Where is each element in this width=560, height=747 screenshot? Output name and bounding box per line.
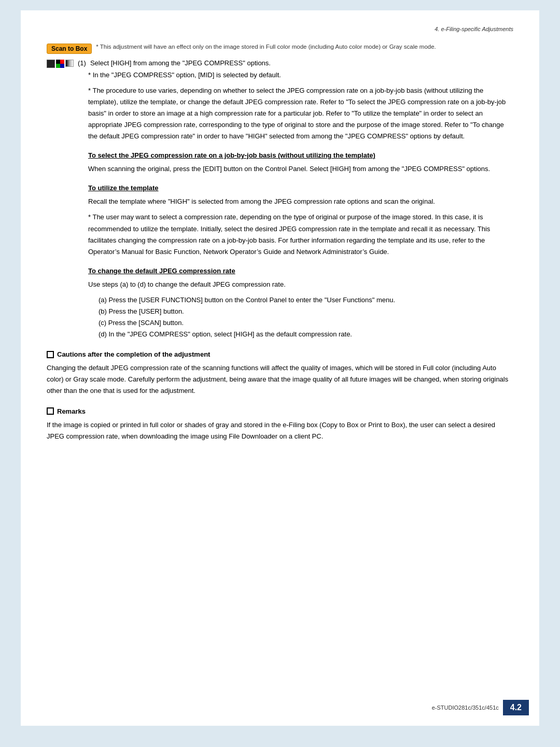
list-item: (c) Press the [SCAN] button. (99, 317, 513, 329)
intro-paragraph: * The procedure to use varies, depending… (88, 85, 513, 142)
section2-body2: * The user may want to select a compress… (88, 212, 513, 257)
step1-row: (1) Select [HIGH] from among the "JPEG C… (47, 59, 513, 68)
remarks-heading: Remarks (47, 407, 513, 415)
caution-body: Changing the default JPEG compression ra… (47, 362, 513, 397)
color-icon (56, 60, 64, 68)
page-container: 4. e-Filing-specific Adjustments Scan to… (21, 10, 539, 726)
list-item: (b) Press the [USER] button. (99, 306, 513, 317)
caution-section: Cautions after the completion of the adj… (47, 350, 513, 397)
footer-model: e-STUDIO281c/351c/451c (432, 704, 499, 711)
section2-body1: Recall the template where "HIGH" is sele… (88, 196, 513, 207)
step1-text: Select [HIGH] from among the "JPEG COMPR… (90, 59, 513, 67)
scan-to-box-button[interactable]: Scan to Box (47, 44, 92, 54)
step1-subnote: * In the "JPEG COMPRESS" option, [MID] i… (88, 70, 513, 81)
remarks-section: Remarks If the image is copied or printe… (47, 407, 513, 442)
section3-heading: To change the default JPEG compression r… (88, 267, 513, 275)
remarks-checkbox-icon (47, 407, 54, 415)
section3-intro: Use steps (a) to (d) to change the defau… (88, 279, 513, 290)
remarks-body: If the image is copied or printed in ful… (47, 419, 513, 442)
section1-heading: To select the JPEG compression rate on a… (88, 151, 513, 159)
gray-icon (65, 60, 74, 67)
page-header: 4. e-Filing-specific Adjustments (47, 26, 513, 34)
icons-row (47, 60, 74, 68)
scan-to-box-note: * This adjustment will have an effect on… (96, 44, 513, 50)
section2-heading: To utilize the template (88, 184, 513, 192)
scan-to-box-row: Scan to Box * This adjustment will have … (47, 44, 513, 54)
step1-number: (1) (78, 59, 86, 67)
list-item: (a) Press the [USER FUNCTIONS] button on… (99, 294, 513, 306)
page-footer: e-STUDIO281c/351c/451c 4.2 (432, 700, 529, 715)
caution-heading: Cautions after the completion of the adj… (47, 350, 513, 358)
header-title: 4. e-Filing-specific Adjustments (435, 26, 513, 32)
section3-steps: (a) Press the [USER FUNCTIONS] button on… (99, 294, 513, 340)
list-item: (d) In the "JPEG COMPRESS" option, selec… (99, 329, 513, 340)
section1-body: When scanning the original, press the [E… (88, 163, 513, 175)
footer-page: 4.2 (503, 700, 529, 715)
black-icon (47, 60, 55, 68)
caution-checkbox-icon (47, 351, 54, 358)
caution-heading-text: Cautions after the completion of the adj… (57, 350, 210, 358)
remarks-heading-text: Remarks (57, 407, 86, 415)
